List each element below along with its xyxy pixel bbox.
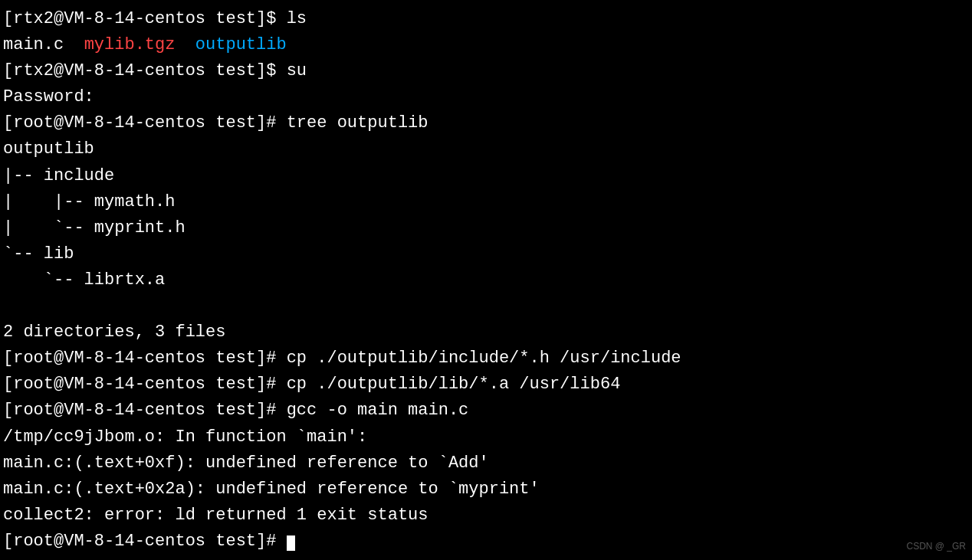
terminal-line: [root@VM-8-14-centos test]# cp ./outputl…: [3, 372, 969, 398]
line-text: [root@VM-8-14-centos test]# cp ./outputl…: [3, 349, 681, 368]
terminal-line: outputlib: [3, 136, 969, 162]
prompt-text: [root@VM-8-14-centos test]#: [3, 532, 287, 551]
terminal-line: /tmp/cc9jJbom.o: In function `main':: [3, 424, 969, 450]
line-text: collect2: error: ld returned 1 exit stat…: [3, 506, 429, 525]
line-text: /tmp/cc9jJbom.o: In function `main':: [3, 427, 367, 447]
terminal-cursor: [287, 535, 295, 551]
terminal-line: [root@VM-8-14-centos test]# cp ./outputl…: [3, 345, 969, 372]
terminal-line: [root@VM-8-14-centos test]# gcc -o main …: [3, 398, 969, 424]
terminal-line: |-- include: [3, 163, 969, 189]
terminal-line-prompt: [root@VM-8-14-centos test]#: [3, 529, 969, 555]
line-text: [root@VM-8-14-centos test]# tree outputl…: [3, 113, 429, 133]
terminal-window[interactable]: [rtx2@VM-8-14-centos test]$ ls main.c my…: [0, 0, 972, 560]
line-text: [rtx2@VM-8-14-centos test]$ ls: [3, 9, 307, 28]
line-text: | |-- mymath.h: [3, 192, 175, 211]
terminal-line: [rtx2@VM-8-14-centos test]$ su: [3, 58, 969, 84]
watermark: CSDN @ _GR: [906, 539, 966, 554]
file-outputlib: outputlib: [195, 35, 287, 54]
line-text: |-- include: [3, 166, 114, 185]
terminal-line: 2 directories, 3 files: [3, 319, 969, 345]
line-text: [root@VM-8-14-centos test]# gcc -o main …: [3, 401, 468, 420]
terminal-line: [rtx2@VM-8-14-centos test]$ ls: [3, 6, 969, 32]
line-text: [175, 35, 195, 54]
line-text: [root@VM-8-14-centos test]# cp ./outputl…: [3, 375, 620, 394]
terminal-line: collect2: error: ld returned 1 exit stat…: [3, 503, 969, 529]
line-text: | `-- myprint.h: [3, 218, 186, 237]
terminal-line: main.c:(.text+0xf): undefined reference …: [3, 450, 969, 476]
line-text: `-- lib: [3, 244, 74, 264]
line-text: main.c:(.text+0xf): undefined reference …: [3, 454, 489, 473]
terminal-line: main.c:(.text+0x2a): undefined reference…: [3, 476, 969, 503]
file-mylib: mylib.tgz: [84, 35, 176, 54]
terminal-line: `-- librtx.a: [3, 267, 969, 293]
line-text: Password:: [3, 87, 94, 106]
terminal-line: Password:: [3, 84, 969, 110]
terminal-line: | `-- myprint.h: [3, 215, 969, 241]
line-text: outputlib: [3, 139, 94, 159]
line-text: main.c:(.text+0x2a): undefined reference…: [3, 480, 540, 499]
terminal-line: main.c mylib.tgz outputlib: [3, 32, 969, 58]
line-text: [3, 296, 13, 316]
line-text: `-- librtx.a: [3, 270, 165, 290]
line-text: [rtx2@VM-8-14-centos test]$ su: [3, 61, 307, 80]
line-text: main.c: [3, 35, 84, 54]
terminal-line: | |-- mymath.h: [3, 189, 969, 215]
terminal-line: [3, 293, 969, 319]
terminal-line: [root@VM-8-14-centos test]# tree outputl…: [3, 110, 969, 136]
line-text: 2 directories, 3 files: [3, 323, 225, 342]
terminal-line: `-- lib: [3, 241, 969, 267]
